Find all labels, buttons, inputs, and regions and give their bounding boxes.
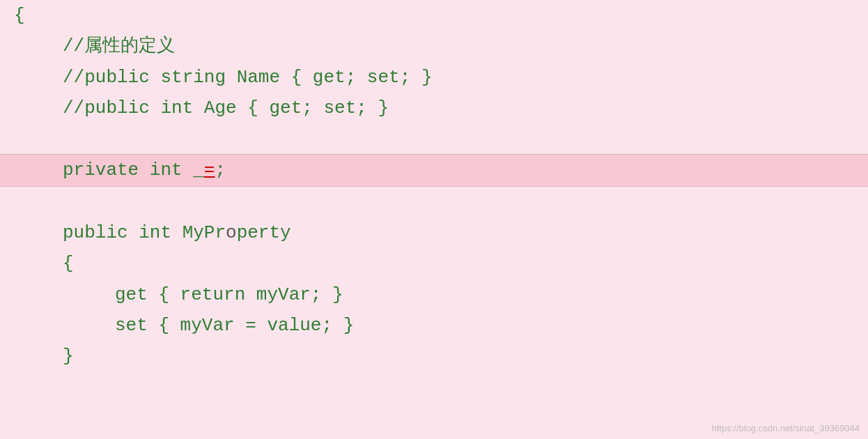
code-text: //属性的定义	[63, 32, 175, 60]
code-text: set { myVar = value; }	[115, 311, 354, 339]
code-text: //public string Name { get; set; }	[63, 63, 433, 91]
line-get: get { return myVar; }	[0, 279, 868, 310]
code-text: {	[63, 249, 74, 277]
line-blank1	[0, 123, 868, 154]
code-text-public: public int MyPr	[63, 219, 226, 247]
line-comment-attr: //属性的定义	[0, 31, 868, 61]
line-comment-name: //public string Name { get; set; }	[0, 62, 868, 93]
line-set: set { myVar = value; }	[0, 310, 868, 341]
code-container: { //属性的定义 //public string Name { get; se…	[0, 0, 868, 439]
line-public-int: public int MyProperty	[0, 217, 868, 248]
code-text: get { return myVar; }	[115, 281, 343, 309]
code-text: //public int Age { get; set; }	[63, 94, 389, 122]
line-brace-prop-open: {	[0, 248, 868, 279]
code-text-private-int: private int _	[63, 156, 204, 184]
underscore-cursor: =	[204, 156, 215, 184]
code-text: {	[14, 1, 25, 29]
code-text: }	[63, 342, 74, 370]
line-private-int: private int _=;	[0, 155, 868, 185]
line-comment-age: //public int Age { get; set; }	[0, 93, 868, 123]
line-brace-open: {	[0, 0, 868, 31]
line-blank2	[0, 187, 868, 217]
watermark: https://blog.csdn.net/sinat_39369044	[712, 423, 860, 433]
text-cursor-symbol: o	[226, 219, 237, 247]
code-text-perty: perty	[237, 219, 291, 247]
line-brace-prop-close: }	[0, 341, 868, 371]
code-text-semicolon: ;	[215, 156, 226, 184]
